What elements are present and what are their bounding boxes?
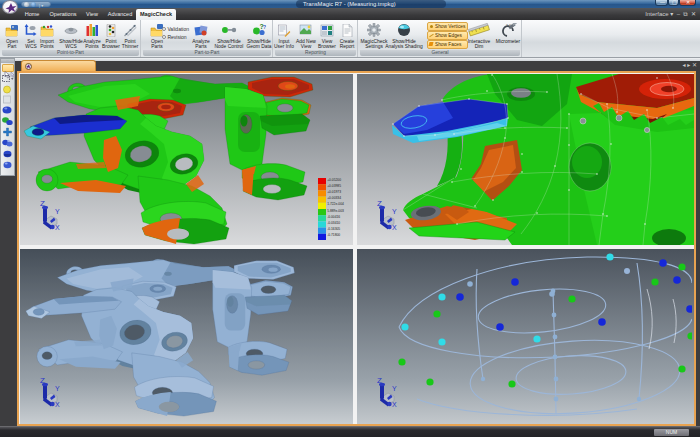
svg-text:?: ? bbox=[263, 24, 266, 30]
svg-text:-0.71800: -0.71800 bbox=[327, 233, 340, 237]
svg-text:+0.00334: +0.00334 bbox=[327, 196, 341, 200]
svg-text:5.889e-003: 5.889e-003 bbox=[327, 209, 344, 213]
svg-text:-0.03410: -0.03410 bbox=[327, 221, 340, 225]
svg-text:+0.05200: +0.05200 bbox=[327, 178, 341, 182]
svg-text:+0.01973: +0.01973 bbox=[327, 190, 341, 194]
svg-text:1.722e-004: 1.722e-004 bbox=[327, 202, 344, 206]
svg-text:-0.16305: -0.16305 bbox=[327, 227, 340, 231]
svg-text:-0.00416: -0.00416 bbox=[327, 215, 340, 219]
svg-text:+0.03985: +0.03985 bbox=[327, 184, 341, 188]
